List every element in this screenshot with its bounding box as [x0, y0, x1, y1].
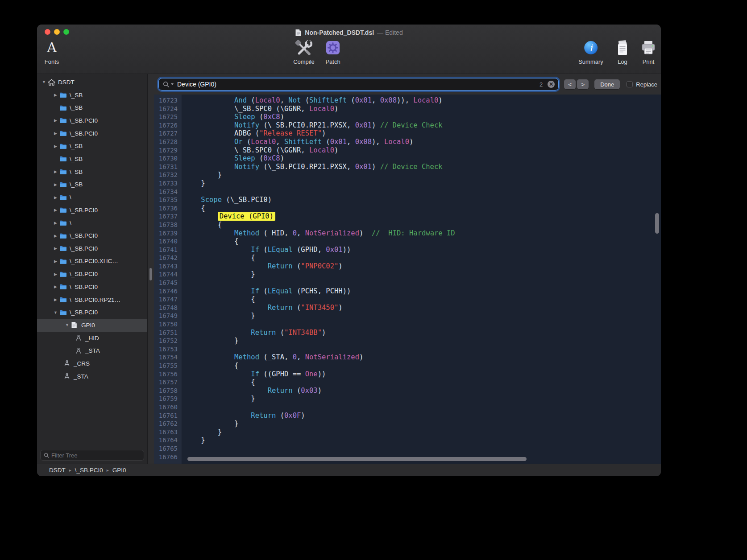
- tree-item-sb-pci0-rp21[interactable]: ▶\_SB.PCI0.RP21…: [37, 293, 147, 306]
- filter-tree-field[interactable]: [40, 450, 144, 461]
- chevron-right-icon[interactable]: ▶: [52, 131, 59, 136]
- tree-item-label: \_SB.PCI0.XHC…: [69, 258, 118, 264]
- tree-item-sta[interactable]: _STA: [37, 370, 147, 383]
- tree-item-label: \_SB: [69, 156, 83, 162]
- chevron-right-icon[interactable]: ▶: [52, 284, 59, 289]
- window-title-edited-suffix: — Edited: [377, 29, 403, 36]
- tree-item-sta[interactable]: _STA: [37, 344, 147, 357]
- tree-item-dsdt[interactable]: ▼DSDT: [37, 76, 147, 89]
- search-field[interactable]: Device (GPI0) 2 ✕: [158, 78, 559, 91]
- chevron-right-icon[interactable]: ▶: [52, 118, 59, 123]
- chevron-right-icon[interactable]: ▶: [52, 208, 59, 212]
- chevron-right-icon[interactable]: ▶: [52, 93, 59, 97]
- tree-item-sb-pci0[interactable]: ▶\_SB.PCI0: [37, 229, 147, 242]
- compile-button[interactable]: Compile: [293, 39, 315, 65]
- method-icon: [75, 347, 84, 354]
- tree-item-sb-pci0[interactable]: ▶\_SB.PCI0: [37, 204, 147, 217]
- search-match-count: 2: [540, 81, 543, 88]
- tree-item-sb[interactable]: ▶\_SB: [37, 165, 147, 178]
- tree-item-crs[interactable]: _CRS: [37, 357, 147, 370]
- tree-item-sb[interactable]: \_SB: [37, 152, 147, 165]
- find-next-button[interactable]: >: [577, 79, 589, 89]
- tree-item-sb[interactable]: \_SB: [37, 101, 147, 114]
- tree-item-sb-pci0[interactable]: ▶\_SB.PCI0: [37, 114, 147, 127]
- tree-item-sb-pci0-xhc[interactable]: ▶\_SB.PCI0.XHC…: [37, 255, 147, 268]
- tree-item-label: \_SB.PCI0: [69, 245, 98, 252]
- method-icon: [63, 360, 73, 367]
- code-line: 16741 If (LEqual (GPHD, 0x01)): [154, 246, 661, 254]
- tree-item-scope[interactable]: ▶\: [37, 191, 147, 204]
- chevron-right-icon[interactable]: ▶: [52, 246, 59, 251]
- tree-item-scope[interactable]: ▶\: [37, 217, 147, 230]
- summary-button[interactable]: i Summary: [578, 39, 603, 65]
- pane-divider[interactable]: [148, 95, 154, 464]
- tree-item-sb-pci0[interactable]: ▶\_SB.PCI0: [37, 242, 147, 255]
- code-line: 16725 Sleep (0xC8): [154, 113, 661, 121]
- line-number: 16746: [154, 287, 182, 296]
- chevron-right-icon[interactable]: ▶: [52, 234, 59, 238]
- code-line: 16761 Return (0x0F): [154, 412, 661, 420]
- chevron-right-icon[interactable]: ▶: [52, 144, 59, 148]
- code-line: 16734: [154, 188, 661, 196]
- chevron-right-icon[interactable]: ▶: [52, 221, 59, 225]
- chevron-right-icon[interactable]: ▶: [52, 169, 59, 174]
- search-menu-chevron-icon[interactable]: [171, 83, 174, 85]
- breadcrumb-item[interactable]: DSDT: [49, 467, 66, 474]
- chevron-right-icon[interactable]: ▶: [52, 297, 59, 302]
- tree-item-sb-pci0[interactable]: ▶\_SB.PCI0: [37, 127, 147, 140]
- folder-icon: [59, 296, 69, 303]
- tree-item-gpi0[interactable]: ▼GPI0: [37, 319, 147, 332]
- tree-item-sb-pci0[interactable]: ▼\_SB.PCI0: [37, 306, 147, 319]
- find-bar: Device (GPI0) 2 ✕ < > Done Replace: [148, 74, 661, 95]
- tree-item-label: \_SB.PCI0: [69, 309, 98, 316]
- code-line: 16723 And (Local0, Not (ShiftLeft (0x01,…: [154, 96, 661, 105]
- tree-item-hid[interactable]: _HID: [37, 332, 147, 345]
- tree-item-sb[interactable]: ▶\_SB: [37, 140, 147, 152]
- chevron-right-icon[interactable]: ▶: [52, 259, 59, 264]
- chevron-right-icon[interactable]: ▶: [52, 272, 59, 276]
- code-line: 16728 Or (Local0, ShiftLeft (0x01, 0x08)…: [154, 138, 661, 146]
- find-navigation: < >: [564, 79, 589, 89]
- breadcrumb-item[interactable]: GPI0: [112, 467, 126, 474]
- line-number: 16748: [154, 304, 182, 312]
- vertical-scrollbar[interactable]: [655, 213, 659, 234]
- clear-search-button[interactable]: ✕: [548, 81, 555, 88]
- find-previous-button[interactable]: <: [564, 79, 576, 89]
- filter-tree-input[interactable]: [51, 452, 141, 459]
- printer-icon: [640, 39, 656, 57]
- app-window: Non-Patched_DSDT.dsl — Edited A Fonts Co…: [37, 25, 661, 476]
- line-number: 16743: [154, 262, 182, 271]
- document-icon: [295, 29, 302, 37]
- replace-checkbox[interactable]: [627, 81, 633, 87]
- print-button[interactable]: Print: [640, 39, 656, 65]
- folder-icon: [59, 245, 69, 251]
- chevron-down-icon[interactable]: ▼: [52, 310, 59, 315]
- divider-handle-icon[interactable]: [149, 268, 152, 280]
- search-icon: [44, 453, 49, 458]
- horizontal-scrollbar[interactable]: [187, 457, 527, 461]
- patch-button[interactable]: Patch: [325, 39, 341, 65]
- chevron-down-icon[interactable]: ▼: [63, 323, 71, 327]
- log-button[interactable]: Log: [614, 39, 631, 65]
- fonts-button[interactable]: A Fonts: [45, 39, 59, 65]
- tree-item-label: \: [69, 219, 71, 226]
- line-number: 16753: [154, 345, 182, 354]
- tree-item-label: \_SB.PCI0: [69, 271, 98, 277]
- folder-icon: [59, 143, 69, 149]
- code-editor[interactable]: 16723 And (Local0, Not (ShiftLeft (0x01,…: [154, 95, 661, 464]
- tree-item-sb[interactable]: ▶\_SB: [37, 89, 147, 102]
- line-number: 16764: [154, 436, 182, 445]
- window-header: Non-Patched_DSDT.dsl — Edited A Fonts Co…: [37, 25, 661, 74]
- tree-item-sb-pci0[interactable]: ▶\_SB.PCI0: [37, 280, 147, 293]
- line-number: 16754: [154, 353, 182, 362]
- chevron-down-icon[interactable]: ▼: [40, 80, 48, 84]
- tree-item-sb[interactable]: ▶\_SB: [37, 178, 147, 191]
- chevron-right-icon[interactable]: ▶: [52, 182, 59, 187]
- line-number: 16732: [154, 171, 182, 179]
- line-number: 16724: [154, 105, 182, 113]
- breadcrumb-item[interactable]: \_SB.PCI0: [75, 467, 103, 474]
- code-line: 16738 {: [154, 221, 661, 229]
- done-button[interactable]: Done: [594, 79, 620, 89]
- tree-item-sb-pci0[interactable]: ▶\_SB.PCI0: [37, 268, 147, 280]
- chevron-right-icon[interactable]: ▶: [52, 195, 59, 200]
